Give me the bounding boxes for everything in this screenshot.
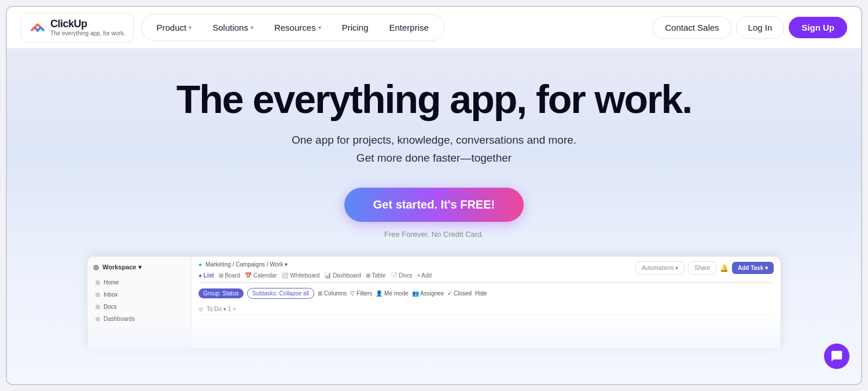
me-mode-filter[interactable]: 👤 Me mode <box>376 290 408 297</box>
tab-calendar[interactable]: 📅 Calendar <box>245 272 277 279</box>
hero-title: The everything app, for work. <box>176 79 692 120</box>
logo-tagline: The everything app, for work. <box>50 30 126 37</box>
nav-item-resources[interactable]: Resources ▾ <box>265 18 330 37</box>
get-started-button[interactable]: Get started. It's FREE! <box>344 188 524 222</box>
blur-overlay <box>87 314 781 349</box>
notification-badge: 🔔 <box>720 264 729 272</box>
nav-menu: Product ▾ Solutions ▾ Resources ▾ Pricin… <box>141 14 444 41</box>
subtasks-chip[interactable]: Subtasks: Collapse all <box>247 288 314 299</box>
hero-section: The everything app, for work. One app fo… <box>7 49 861 385</box>
share-button[interactable]: Share <box>688 261 716 275</box>
app-preview: Workspace ▾ Home Inbox Docs <box>87 256 781 349</box>
contact-sales-button[interactable]: Contact Sales <box>653 16 731 39</box>
nav-right: Contact Sales Log In Sign Up <box>653 16 847 39</box>
tab-board[interactable]: ⊞ Board <box>219 272 240 279</box>
row-status-dot <box>198 307 203 312</box>
app-content-row: To Do ▾ 1 + <box>198 304 774 315</box>
filters-filter[interactable]: ▽ Filters <box>350 290 372 297</box>
tab-table[interactable]: ⊞ Table <box>366 272 386 279</box>
logo-text: ClickUp The everything app, for work. <box>50 18 126 38</box>
add-task-button[interactable]: Add Task ▾ <box>732 262 774 274</box>
tab-add[interactable]: + Add <box>417 272 432 279</box>
brand-name: ClickUp <box>50 18 126 31</box>
nav-item-product[interactable]: Product ▾ <box>148 18 201 37</box>
tab-docs[interactable]: 📄 Docs <box>391 272 413 279</box>
logo[interactable]: ClickUp The everything app, for work. <box>21 13 134 43</box>
inbox-icon <box>95 293 100 297</box>
chevron-down-icon: ▾ <box>189 24 192 31</box>
nav-item-solutions[interactable]: Solutions ▾ <box>203 18 263 37</box>
home-icon <box>95 280 100 285</box>
columns-filter[interactable]: ⊞ Columns <box>318 290 347 297</box>
tab-list[interactable]: ● List <box>198 272 214 283</box>
automations-button[interactable]: Automations ▾ <box>635 261 685 275</box>
sidebar-item-inbox[interactable]: Inbox <box>93 289 185 300</box>
navbar: ClickUp The everything app, for work. Pr… <box>7 7 861 49</box>
tab-whiteboard[interactable]: ⬜ Whiteboard <box>281 272 319 279</box>
clickup-logo-icon <box>30 20 46 36</box>
hero-subtitle: One app for projects, knowledge, convers… <box>292 131 576 167</box>
chat-bubble-button[interactable] <box>824 344 849 369</box>
nav-item-pricing[interactable]: Pricing <box>333 18 378 37</box>
free-note: Free Forever. No Credit Card. <box>384 230 484 239</box>
app-actions: Automations ▾ Share 🔔 Add Task ▾ <box>635 261 774 275</box>
closed-filter[interactable]: ✓ Closed <box>447 290 472 297</box>
workspace-dot <box>93 265 99 271</box>
assignee-filter[interactable]: 👥 Assignee <box>412 290 444 297</box>
nav-item-enterprise[interactable]: Enterprise <box>380 18 438 37</box>
login-button[interactable]: Log In <box>736 16 785 39</box>
chevron-down-icon: ▾ <box>251 24 253 31</box>
hide-filter[interactable]: Hide <box>475 290 487 297</box>
chevron-down-icon: ▾ <box>318 24 321 31</box>
workspace-label: Workspace ▾ <box>93 264 185 271</box>
sidebar-item-home[interactable]: Home <box>93 277 185 288</box>
nav-left: ClickUp The everything app, for work. Pr… <box>21 13 444 43</box>
signup-button[interactable]: Sign Up <box>789 17 847 38</box>
sidebar-item-docs[interactable]: Docs <box>93 301 185 312</box>
app-filters: Group: Status Subtasks: Collapse all ⊞ C… <box>198 288 774 299</box>
chat-icon <box>830 350 843 363</box>
group-status-chip[interactable]: Group: Status <box>198 288 244 298</box>
tab-dashboard[interactable]: 📊 Dashboard <box>324 272 361 279</box>
docs-icon <box>95 305 100 309</box>
